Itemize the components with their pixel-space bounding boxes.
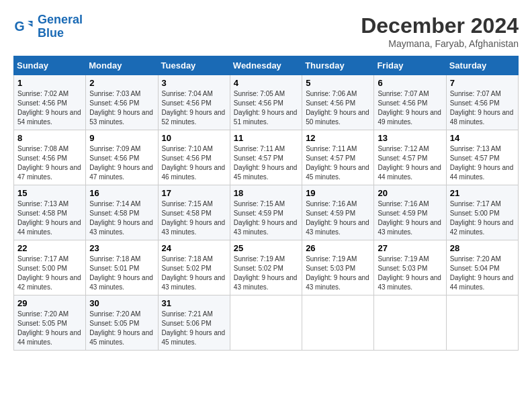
calendar-cell: 15Sunrise: 7:13 AMSunset: 4:58 PMDayligh… xyxy=(14,185,86,240)
day-info: Sunrise: 7:19 AMSunset: 5:03 PMDaylight:… xyxy=(306,255,370,292)
calendar-cell: 17Sunrise: 7:15 AMSunset: 4:58 PMDayligh… xyxy=(158,185,230,240)
calendar-cell: 18Sunrise: 7:15 AMSunset: 4:59 PMDayligh… xyxy=(230,185,302,240)
day-number: 21 xyxy=(450,188,515,198)
day-info: Sunrise: 7:15 AMSunset: 4:59 PMDaylight:… xyxy=(234,199,298,237)
page-header: G General Blue December 2024 Maymana, Fa… xyxy=(13,13,519,49)
svg-text:G: G xyxy=(15,19,25,34)
day-number: 13 xyxy=(378,133,442,143)
weekday-header: Tuesday xyxy=(158,56,230,75)
weekday-header: Wednesday xyxy=(230,56,302,75)
day-number: 3 xyxy=(162,78,226,88)
day-number: 28 xyxy=(450,243,515,253)
calendar-cell: 26Sunrise: 7:19 AMSunset: 5:03 PMDayligh… xyxy=(302,240,374,295)
day-number: 4 xyxy=(234,78,298,88)
calendar-cell: 16Sunrise: 7:14 AMSunset: 4:58 PMDayligh… xyxy=(86,185,158,240)
day-number: 8 xyxy=(17,133,82,143)
day-number: 20 xyxy=(378,188,442,198)
calendar-cell: 24Sunrise: 7:18 AMSunset: 5:02 PMDayligh… xyxy=(158,240,230,295)
weekday-header: Sunday xyxy=(14,56,86,75)
location-subtitle: Maymana, Faryab, Afghanistan xyxy=(361,38,519,49)
calendar-cell: 23Sunrise: 7:18 AMSunset: 5:01 PMDayligh… xyxy=(86,240,158,295)
calendar-cell: 8Sunrise: 7:08 AMSunset: 4:56 PMDaylight… xyxy=(14,130,86,185)
logo-icon: G xyxy=(13,17,34,37)
day-number: 29 xyxy=(17,298,82,308)
calendar-cell: 4Sunrise: 7:05 AMSunset: 4:56 PMDaylight… xyxy=(230,75,302,130)
svg-marker-1 xyxy=(28,21,33,24)
day-number: 5 xyxy=(306,78,370,88)
day-number: 19 xyxy=(306,188,370,198)
day-number: 23 xyxy=(89,243,154,253)
calendar-body: 1Sunrise: 7:02 AMSunset: 4:56 PMDaylight… xyxy=(14,75,519,351)
calendar-cell: 28Sunrise: 7:20 AMSunset: 5:04 PMDayligh… xyxy=(446,240,518,295)
day-number: 2 xyxy=(89,78,154,88)
logo: G General Blue xyxy=(13,13,83,40)
day-number: 15 xyxy=(17,188,82,198)
calendar-cell: 29Sunrise: 7:20 AMSunset: 5:05 PMDayligh… xyxy=(14,295,86,351)
day-number: 31 xyxy=(162,298,226,308)
day-info: Sunrise: 7:16 AMSunset: 4:59 PMDaylight:… xyxy=(306,199,370,237)
calendar-cell: 9Sunrise: 7:09 AMSunset: 4:56 PMDaylight… xyxy=(86,130,158,185)
day-info: Sunrise: 7:19 AMSunset: 5:03 PMDaylight:… xyxy=(378,255,442,292)
day-info: Sunrise: 7:12 AMSunset: 4:57 PMDaylight:… xyxy=(378,144,442,182)
calendar-week-row: 29Sunrise: 7:20 AMSunset: 5:05 PMDayligh… xyxy=(14,295,519,351)
day-info: Sunrise: 7:19 AMSunset: 5:02 PMDaylight:… xyxy=(234,255,298,292)
day-number: 27 xyxy=(378,243,442,253)
day-info: Sunrise: 7:03 AMSunset: 4:56 PMDaylight:… xyxy=(89,89,154,127)
svg-marker-2 xyxy=(28,24,33,27)
day-info: Sunrise: 7:04 AMSunset: 4:56 PMDaylight:… xyxy=(162,89,226,127)
day-info: Sunrise: 7:20 AMSunset: 5:04 PMDaylight:… xyxy=(450,255,515,292)
weekday-header: Saturday xyxy=(446,56,518,75)
calendar-cell: 20Sunrise: 7:16 AMSunset: 4:59 PMDayligh… xyxy=(374,185,446,240)
day-info: Sunrise: 7:18 AMSunset: 5:01 PMDaylight:… xyxy=(89,255,154,292)
day-info: Sunrise: 7:18 AMSunset: 5:02 PMDaylight:… xyxy=(162,255,226,292)
day-info: Sunrise: 7:07 AMSunset: 4:56 PMDaylight:… xyxy=(378,89,442,127)
logo-line1: General xyxy=(38,13,83,26)
calendar-cell: 14Sunrise: 7:13 AMSunset: 4:57 PMDayligh… xyxy=(446,130,518,185)
weekday-header: Monday xyxy=(86,56,158,75)
calendar-week-row: 22Sunrise: 7:17 AMSunset: 5:00 PMDayligh… xyxy=(14,240,519,295)
day-number: 22 xyxy=(17,243,82,253)
weekday-header-row: SundayMondayTuesdayWednesdayThursdayFrid… xyxy=(14,56,519,75)
day-number: 14 xyxy=(450,133,515,143)
day-number: 30 xyxy=(89,298,154,308)
day-number: 10 xyxy=(162,133,226,143)
logo-line2: Blue xyxy=(38,26,64,40)
calendar-cell xyxy=(446,295,518,351)
day-info: Sunrise: 7:20 AMSunset: 5:05 PMDaylight:… xyxy=(17,310,82,347)
day-info: Sunrise: 7:02 AMSunset: 4:56 PMDaylight:… xyxy=(17,89,82,127)
calendar-cell: 1Sunrise: 7:02 AMSunset: 4:56 PMDaylight… xyxy=(14,75,86,130)
calendar-table: SundayMondayTuesdayWednesdayThursdayFrid… xyxy=(13,56,519,351)
month-title: December 2024 xyxy=(361,13,519,38)
calendar-cell: 21Sunrise: 7:17 AMSunset: 5:00 PMDayligh… xyxy=(446,185,518,240)
calendar-cell: 5Sunrise: 7:06 AMSunset: 4:56 PMDaylight… xyxy=(302,75,374,130)
calendar-cell xyxy=(374,295,446,351)
calendar-week-row: 8Sunrise: 7:08 AMSunset: 4:56 PMDaylight… xyxy=(14,130,519,185)
calendar-header: SundayMondayTuesdayWednesdayThursdayFrid… xyxy=(14,56,519,75)
calendar-cell xyxy=(302,295,374,351)
day-number: 1 xyxy=(17,78,82,88)
calendar-cell: 13Sunrise: 7:12 AMSunset: 4:57 PMDayligh… xyxy=(374,130,446,185)
day-number: 17 xyxy=(162,188,226,198)
calendar-cell: 6Sunrise: 7:07 AMSunset: 4:56 PMDaylight… xyxy=(374,75,446,130)
weekday-header: Thursday xyxy=(302,56,374,75)
calendar-cell: 11Sunrise: 7:11 AMSunset: 4:57 PMDayligh… xyxy=(230,130,302,185)
day-info: Sunrise: 7:13 AMSunset: 4:57 PMDaylight:… xyxy=(450,144,515,182)
day-info: Sunrise: 7:13 AMSunset: 4:58 PMDaylight:… xyxy=(17,199,82,237)
day-number: 6 xyxy=(378,78,442,88)
day-number: 24 xyxy=(162,243,226,253)
day-info: Sunrise: 7:11 AMSunset: 4:57 PMDaylight:… xyxy=(234,144,298,182)
calendar-cell: 22Sunrise: 7:17 AMSunset: 5:00 PMDayligh… xyxy=(14,240,86,295)
calendar-cell: 30Sunrise: 7:20 AMSunset: 5:05 PMDayligh… xyxy=(86,295,158,351)
calendar-cell: 2Sunrise: 7:03 AMSunset: 4:56 PMDaylight… xyxy=(86,75,158,130)
logo-text: General Blue xyxy=(38,13,83,40)
day-number: 18 xyxy=(234,188,298,198)
calendar-cell: 25Sunrise: 7:19 AMSunset: 5:02 PMDayligh… xyxy=(230,240,302,295)
calendar-week-row: 1Sunrise: 7:02 AMSunset: 4:56 PMDaylight… xyxy=(14,75,519,130)
day-number: 26 xyxy=(306,243,370,253)
day-number: 16 xyxy=(89,188,154,198)
calendar-week-row: 15Sunrise: 7:13 AMSunset: 4:58 PMDayligh… xyxy=(14,185,519,240)
calendar-cell: 31Sunrise: 7:21 AMSunset: 5:06 PMDayligh… xyxy=(158,295,230,351)
day-info: Sunrise: 7:07 AMSunset: 4:56 PMDaylight:… xyxy=(450,89,515,127)
calendar-cell: 7Sunrise: 7:07 AMSunset: 4:56 PMDaylight… xyxy=(446,75,518,130)
day-info: Sunrise: 7:09 AMSunset: 4:56 PMDaylight:… xyxy=(89,144,154,182)
